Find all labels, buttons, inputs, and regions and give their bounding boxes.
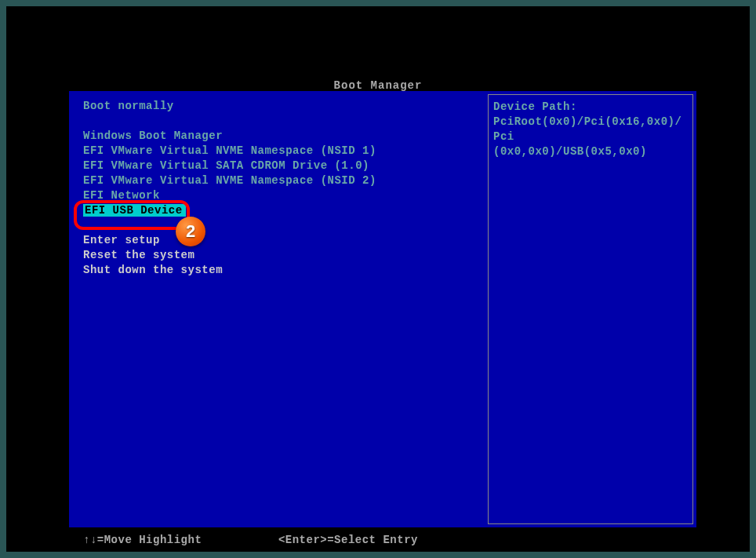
device-path-line1: PciRoot(0x0)/Pci(0x16,0x0)/Pci bbox=[493, 115, 688, 144]
menu-boot-normally[interactable]: Boot normally bbox=[83, 99, 483, 114]
bios-screen: Boot Manager Boot normally Windows Boot … bbox=[6, 6, 750, 552]
spacer bbox=[83, 114, 483, 129]
device-path-label: Device Path: bbox=[493, 100, 688, 115]
info-panel: Device Path: PciRoot(0x0)/Pci(0x16,0x0)/… bbox=[488, 94, 693, 524]
menu-efi-nvme-2[interactable]: EFI VMware Virtual NVME Namespace (NSID … bbox=[83, 173, 483, 188]
hint-select: <Enter>=Select Entry bbox=[278, 534, 418, 546]
footer-hints: ↑↓=Move Highlight <Enter>=Select Entry bbox=[83, 534, 418, 546]
device-path-line2: (0x0,0x0)/USB(0x5,0x0) bbox=[493, 144, 688, 159]
page-title: Boot Manager bbox=[6, 79, 750, 92]
boot-menu: Boot normally Windows Boot Manager EFI V… bbox=[83, 99, 483, 278]
menu-efi-usb-device[interactable]: EFI USB Device bbox=[83, 203, 483, 218]
menu-efi-sata-cdrom[interactable]: EFI VMware Virtual SATA CDROM Drive (1.0… bbox=[83, 159, 483, 173]
selected-text: EFI USB Device bbox=[83, 204, 186, 217]
menu-windows-boot-manager[interactable]: Windows Boot Manager bbox=[83, 129, 483, 144]
menu-enter-setup[interactable]: Enter setup bbox=[83, 233, 483, 248]
main-panel: Boot normally Windows Boot Manager EFI V… bbox=[69, 91, 696, 527]
menu-reset-system[interactable]: Reset the system bbox=[83, 248, 483, 263]
hint-move: ↑↓=Move Highlight bbox=[83, 534, 271, 546]
menu-efi-nvme-1[interactable]: EFI VMware Virtual NVME Namespace (NSID … bbox=[83, 144, 483, 159]
menu-efi-network[interactable]: EFI Network bbox=[83, 188, 483, 203]
menu-shutdown-system[interactable]: Shut down the system bbox=[83, 263, 483, 278]
spacer bbox=[83, 218, 483, 233]
